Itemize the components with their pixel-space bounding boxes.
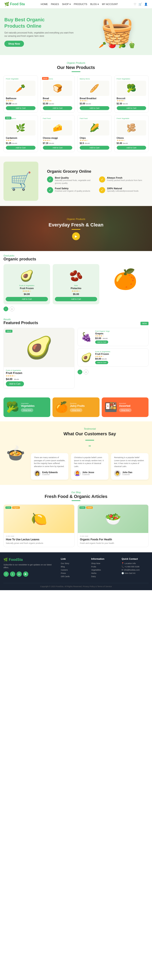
organic-features: ✓ Best Quality Naturally processed fruit… bbox=[47, 177, 149, 193]
cat-banner-btn-1[interactable]: Shop Now bbox=[70, 408, 82, 412]
footer-link-2-3[interactable]: 🕐 Mon-Sat 9-6 bbox=[122, 572, 149, 574]
featured-prev-btn[interactable]: ‹ bbox=[78, 370, 82, 374]
twitter-btn[interactable]: t bbox=[10, 571, 15, 577]
logo[interactable]: 🌿 FoodSta bbox=[4, 2, 25, 6]
footer-link-1-1[interactable]: Fruits bbox=[91, 566, 118, 568]
organic-person-image: 🛒 bbox=[3, 162, 43, 201]
banner-play-btn[interactable]: ▶ bbox=[72, 232, 80, 240]
header-icons: ♡ 🛒 👤 bbox=[134, 3, 148, 6]
feature-desc-0: Naturally processed fruits, vegetable an… bbox=[55, 179, 96, 185]
cat-banner-info-1: Ranking Juicy Fruits Shop Now bbox=[70, 402, 85, 412]
featured-next-btn[interactable]: › bbox=[84, 370, 88, 374]
product-img-0: 🥕 bbox=[6, 81, 35, 96]
cart-icon[interactable]: 🛒 bbox=[139, 3, 142, 6]
carousel-next-btn[interactable]: › bbox=[10, 307, 14, 311]
organic-card-1: 🫘 Nuts Pistachio ★★★★☆ $5.00 Add to Cart bbox=[53, 264, 99, 304]
new-products-grid: Fresh Vegetable 🥕 Balthouse ★★★★☆ $4.00$… bbox=[0, 73, 152, 156]
product-emoji-7: 🫚 bbox=[126, 123, 136, 132]
youtube-btn[interactable]: ▶ bbox=[23, 571, 28, 577]
footer-grid: 🌿 FoodSta Subscribe to our newsletter to… bbox=[3, 558, 149, 579]
product-emoji-0: 🥕 bbox=[16, 84, 26, 93]
organic-stars-1: ★★★★☆ bbox=[55, 290, 97, 292]
testimonial-card-1: Christina is popular belief Lorem ipsum … bbox=[71, 453, 109, 480]
facebook-btn[interactable]: f bbox=[3, 571, 9, 577]
test-author-2: 👨 John Dan Customer bbox=[114, 470, 146, 477]
testimonials-underline bbox=[85, 440, 94, 441]
organic-products-header: Good picks Organic products bbox=[3, 255, 149, 261]
footer-link-0-3[interactable]: Press bbox=[61, 572, 88, 574]
footer-link-2-0[interactable]: 📍 Location Info bbox=[122, 562, 149, 565]
featured-side-price-0: $3.00 $4.00 bbox=[95, 337, 110, 340]
product-cat-7: Fresh Vegetable bbox=[117, 118, 146, 119]
nav-pages[interactable]: PAGES bbox=[51, 3, 59, 6]
product-add-btn-2[interactable]: Add to Cart bbox=[80, 106, 109, 110]
articles-sub: Our Blog bbox=[71, 491, 81, 493]
article-tags-0: 9 minOrganic bbox=[5, 506, 20, 509]
product-card-0: Fresh Vegetable 🥕 Balthouse ★★★★☆ $4.00$… bbox=[3, 75, 38, 113]
nav-home[interactable]: HOME bbox=[41, 3, 48, 6]
testimonials-wrapper: 🍲 Testimonial What Our Customers Say " T… bbox=[3, 426, 149, 480]
organic-products-sub: Good picks bbox=[3, 255, 36, 257]
featured-main-img: 🥑 SALE bbox=[4, 328, 74, 367]
feature-icon-3: ✓ bbox=[99, 187, 105, 193]
feature-item-3: ✓ 100% Natural Specially cultivated/proc… bbox=[99, 187, 149, 193]
footer-link-0-1[interactable]: Blog bbox=[61, 566, 88, 568]
product-name-0: Balthouse bbox=[6, 97, 35, 100]
test-author-info-1: John Jesse Customer bbox=[82, 471, 94, 476]
nav-products[interactable]: PRODUCTS bbox=[74, 3, 87, 6]
hero-title-2: Products Online bbox=[4, 23, 42, 29]
featured-main-name: Fruit Frozen bbox=[6, 371, 72, 375]
product-add-btn-3[interactable]: Add to Cart bbox=[117, 106, 146, 110]
cat-banner-0: 🥦 Vegetable Vegetables Shop Now bbox=[3, 398, 50, 417]
product-add-btn-1[interactable]: Add to Cart bbox=[43, 106, 72, 110]
nav-shop[interactable]: SHOP ▾ bbox=[62, 3, 71, 6]
footer-link-1-2[interactable]: Vegetables bbox=[91, 569, 118, 571]
product-stars-3: ★★★★☆ bbox=[117, 100, 146, 102]
product-add-btn-4[interactable]: Add to Cart bbox=[6, 146, 35, 150]
product-old-price-5: $9.00 bbox=[49, 142, 54, 145]
everyday-banner: Organic Products Everyday Fresh & Clean … bbox=[0, 206, 152, 251]
featured-main-stars: ★★★★☆ bbox=[6, 375, 72, 377]
organic-add-btn-1[interactable]: Add to Cart bbox=[55, 297, 97, 301]
footer-link-0-0[interactable]: Our Story bbox=[61, 562, 88, 565]
user-icon[interactable]: 👤 bbox=[144, 3, 148, 6]
product-add-btn-7[interactable]: Add to Cart bbox=[117, 146, 146, 150]
carousel-prev-btn[interactable]: ‹ bbox=[3, 307, 8, 311]
featured-side-add-btn-0[interactable]: Add to Cart bbox=[95, 340, 108, 344]
product-add-btn-6[interactable]: Add to Cart bbox=[80, 146, 109, 150]
product-emoji-2: 🥖 bbox=[90, 84, 99, 93]
product-card-6: Fast Food 🌽 Chips ★★★★☆ $2.5$3.00 Add to… bbox=[77, 115, 112, 152]
organic-name-0: Fruit Frozen bbox=[6, 287, 48, 290]
feature-text-1: Always Fresh Freshly packed fresh produc… bbox=[107, 177, 142, 182]
banner-underline bbox=[72, 229, 80, 230]
nav-account[interactable]: MY ACCOUNT bbox=[102, 3, 118, 6]
organic-add-btn-0[interactable]: Add to Cart bbox=[6, 297, 48, 301]
feature-item-0: ✓ Best Quality Naturally processed fruit… bbox=[47, 177, 96, 185]
feature-title-2: Food Safety bbox=[55, 187, 90, 190]
product-price-6: $2.5$3.00 bbox=[80, 142, 109, 145]
featured-header: Results Featured Products NEW bbox=[3, 318, 149, 325]
product-img-4: 🌿 bbox=[6, 120, 35, 135]
footer-link-1-4[interactable]: Dairy bbox=[91, 575, 118, 578]
nav-blog[interactable]: BLOG ▾ bbox=[90, 3, 99, 6]
footer-link-1-3[interactable]: Herbs bbox=[91, 572, 118, 574]
footer-link-2-1[interactable]: 📞 +1 800 555 0199 bbox=[122, 566, 149, 568]
hero-shop-btn[interactable]: Shop Now bbox=[4, 41, 24, 47]
featured-side-add-btn-1[interactable]: Add to Cart bbox=[95, 361, 108, 364]
new-products-section: Organic Products Our New Products Fresh … bbox=[0, 62, 152, 156]
cat-banner-btn-2[interactable]: Shop Now bbox=[119, 408, 131, 412]
footer-link-0-2[interactable]: Careers bbox=[61, 569, 88, 571]
featured-main-add-btn[interactable]: Add to Cart bbox=[6, 381, 24, 387]
footer-link-2-2[interactable]: ✉ info@foodsta.com bbox=[122, 569, 149, 571]
product-add-btn-0[interactable]: Add to Cart bbox=[6, 106, 35, 110]
product-add-btn-5[interactable]: Add to Cart bbox=[43, 146, 72, 150]
footer-link-0-4[interactable]: Gift Cards bbox=[61, 575, 88, 578]
footer-link-1-0[interactable]: Shop Now bbox=[91, 562, 118, 565]
instagram-btn[interactable]: in bbox=[16, 571, 22, 577]
cat-banner-info-2: Assorted Assorted Shop Now bbox=[119, 402, 131, 412]
featured-side-card-1: 🥑 Fruits & Vegetables Fruit Frozen ★★★★☆… bbox=[78, 348, 149, 366]
wishlist-icon[interactable]: ♡ bbox=[134, 3, 136, 6]
cat-banner-btn-0[interactable]: Shop Now bbox=[21, 408, 33, 412]
featured-carousel-btns: ‹ › bbox=[78, 370, 149, 374]
hero-section: Buy Best Organic Products Online Get nat… bbox=[0, 8, 152, 55]
